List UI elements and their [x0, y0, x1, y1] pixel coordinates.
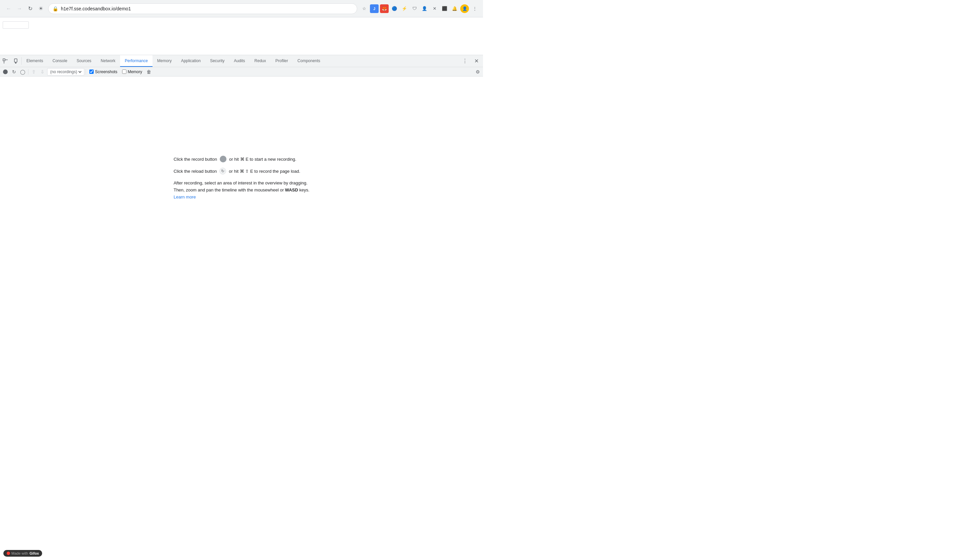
tab-application[interactable]: Application [176, 55, 205, 67]
nav-buttons: ← → ↻ ☀ [4, 4, 46, 13]
learn-more-link[interactable]: Learn more [174, 195, 196, 200]
tab-components[interactable]: Components [293, 55, 325, 67]
ext7-icon[interactable]: ✕ [430, 4, 439, 13]
browser-chrome: ← → ↻ ☀ 🔒 h1e7f.sse.codesandbox.io/demo1… [0, 0, 483, 17]
menu-dots-icon[interactable]: ⋮ [470, 4, 479, 13]
close-devtools-button[interactable]: ✕ [471, 58, 482, 64]
svg-rect-2 [15, 62, 16, 64]
record-help-after: or hit ⌘ E to start a new recording. [229, 157, 296, 162]
delete-recordings-button[interactable]: 🗑 [145, 68, 153, 76]
lock-icon: 🔒 [53, 6, 58, 11]
wasd-text: WASD [285, 187, 298, 192]
record-help-before: Click the record button [174, 157, 217, 162]
ext8-icon[interactable]: ⬛ [440, 4, 449, 13]
devtools-tabs: ElementsConsoleSourcesNetworkPerformance… [22, 55, 325, 67]
record-dot [3, 69, 8, 74]
back-button[interactable]: ← [4, 4, 13, 13]
memory-label: Memory [128, 69, 142, 74]
tab-profiler[interactable]: Profiler [271, 55, 293, 67]
svg-rect-1 [15, 59, 17, 62]
ext6-icon[interactable]: 👤 [420, 4, 429, 13]
toolbar-separator-2 [85, 69, 86, 75]
line3-text: After recording, select an area of inter… [174, 180, 307, 185]
page-content [0, 17, 483, 55]
download-button[interactable]: ⇩ [38, 68, 46, 76]
tab-sources[interactable]: Sources [72, 55, 96, 67]
tab-performance[interactable]: Performance [120, 55, 153, 67]
toolbar-right: ⚙ [474, 68, 482, 76]
recordings-select[interactable]: (no recordings) [47, 68, 84, 75]
devtools-left-icons [0, 55, 22, 67]
ext1-icon[interactable]: J [370, 4, 379, 13]
tab-audits[interactable]: Audits [229, 55, 250, 67]
line4-after: keys. [298, 187, 309, 192]
refresh-button[interactable]: ↻ [25, 4, 35, 13]
tab-network[interactable]: Network [96, 55, 120, 67]
tab-security[interactable]: Security [205, 55, 229, 67]
tab-elements[interactable]: Elements [22, 55, 48, 67]
record-help-row: Click the record button or hit ⌘ E to st… [174, 156, 296, 162]
screenshots-checkbox[interactable] [89, 69, 94, 74]
memory-checkbox-label[interactable]: Memory [120, 69, 144, 74]
devtools-panel: ElementsConsoleSourcesNetworkPerformance… [0, 55, 483, 280]
toolbar-separator-1 [28, 69, 28, 75]
settings-button[interactable]: ⚙ [474, 68, 482, 76]
ext9-icon[interactable]: 🔔 [450, 4, 459, 13]
ext4-icon[interactable]: ⚡ [400, 4, 409, 13]
line4-before: Then, zoom and pan the timeline with the… [174, 187, 285, 192]
star-icon[interactable]: ☆ [360, 4, 369, 13]
home-button[interactable]: ☀ [36, 4, 46, 13]
reload-help-after: or hit ⌘ ⇧ E to record the page load. [229, 169, 300, 174]
upload-button[interactable]: ⇧ [30, 68, 38, 76]
device-toolbar-button[interactable] [11, 55, 21, 67]
reload-record-button[interactable]: ↻ [10, 68, 18, 76]
reload-button-indicator: ↻ [219, 168, 226, 174]
forward-button[interactable]: → [15, 4, 24, 13]
inspect-element-button[interactable] [0, 55, 11, 67]
devtools-toolbar: ↻ ◯ ⇧ ⇩ (no recordings) Screenshots Memo… [0, 67, 483, 77]
screenshots-label: Screenshots [95, 69, 117, 74]
ext2-icon[interactable]: 🦊 [380, 4, 389, 13]
tab-memory[interactable]: Memory [153, 55, 176, 67]
tab-redux[interactable]: Redux [250, 55, 271, 67]
address-bar[interactable]: 🔒 h1e7f.sse.codesandbox.io/demo1 [48, 3, 357, 14]
ext5-icon[interactable]: 🛡 [410, 4, 419, 13]
clear-button[interactable]: ◯ [19, 68, 27, 76]
record-button[interactable] [1, 68, 9, 76]
more-tools-button[interactable]: ⋮ [460, 58, 470, 64]
screenshots-checkbox-label[interactable]: Screenshots [87, 69, 120, 74]
drag-help-paragraph: After recording, select an area of inter… [174, 180, 309, 200]
svg-rect-0 [3, 59, 5, 61]
performance-help: Click the record button or hit ⌘ E to st… [174, 156, 309, 200]
page-input-box[interactable] [3, 21, 29, 29]
url-text: h1e7f.sse.codesandbox.io/demo1 [61, 6, 353, 11]
tab-console[interactable]: Console [48, 55, 72, 67]
extension-icons: ☆ J 🦊 🔵 ⚡ 🛡 👤 ✕ ⬛ 🔔 👤 ⋮ [360, 4, 479, 13]
memory-checkbox[interactable] [122, 69, 127, 74]
record-button-indicator [220, 156, 227, 162]
devtools-right-actions: ⋮ ✕ [460, 55, 483, 67]
user-avatar-icon[interactable]: 👤 [460, 4, 469, 13]
devtools-tabbar: ElementsConsoleSourcesNetworkPerformance… [0, 55, 483, 67]
reload-help-row: Click the reload button ↻ or hit ⌘ ⇧ E t… [174, 168, 301, 174]
recordings-dropdown[interactable]: (no recordings) [49, 69, 83, 75]
ext3-icon[interactable]: 🔵 [390, 4, 399, 13]
reload-help-before: Click the reload button [174, 169, 217, 174]
devtools-content: Click the record button or hit ⌘ E to st… [0, 77, 483, 280]
